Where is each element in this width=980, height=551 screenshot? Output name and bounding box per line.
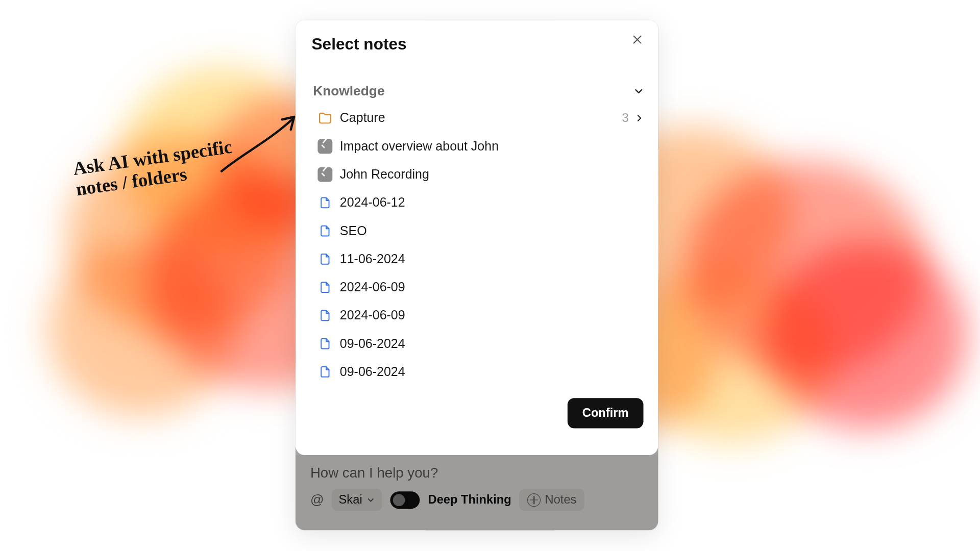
note-item[interactable]: 09-06-2024 — [312, 358, 646, 386]
note-label: 09-06-2024 — [340, 364, 645, 379]
note-item[interactable]: 2024-06-09 — [312, 302, 646, 330]
file-icon — [317, 223, 333, 239]
panel: How can I help you? @ Skai Deep Thinking… — [296, 20, 658, 530]
folder-capture[interactable]: Capture 3 — [312, 104, 646, 132]
note-item[interactable]: 09-06-2024 — [312, 330, 646, 358]
note-label: 2024-06-12 — [340, 195, 645, 210]
note-label: 11-06-2024 — [340, 252, 645, 266]
file-icon — [317, 195, 333, 211]
close-button[interactable] — [626, 28, 649, 51]
note-item[interactable]: SEO — [312, 217, 646, 245]
note-item[interactable]: 2024-06-09 — [312, 273, 646, 302]
note-label: 2024-06-09 — [340, 308, 645, 323]
modal-title: Select notes — [312, 35, 646, 54]
note-item[interactable]: 2024-06-12 — [312, 189, 646, 217]
close-icon — [631, 34, 644, 46]
note-label: SEO — [340, 223, 645, 238]
note-item[interactable]: John Recording — [312, 160, 646, 188]
folder-icon — [317, 110, 333, 127]
file-icon — [317, 279, 333, 295]
chevron-right-icon — [634, 113, 645, 123]
file-icon — [317, 308, 333, 324]
note-item[interactable]: 11-06-2024 — [312, 245, 646, 273]
file-icon — [317, 251, 333, 267]
annotation-text: Ask AI with specific notes / folders — [72, 137, 236, 200]
note-label: 09-06-2024 — [340, 336, 645, 351]
note-label: 2024-06-09 — [340, 280, 645, 295]
confirm-button[interactable]: Confirm — [568, 398, 644, 428]
file-icon — [317, 336, 333, 352]
note-item[interactable]: Impact overview about John — [312, 132, 646, 160]
folder-label: Capture — [340, 111, 622, 126]
section-label: Knowledge — [313, 83, 384, 98]
handwriting-annotation: Ask AI with specific notes / folders — [74, 147, 316, 189]
checkbox-checked-icon — [317, 138, 333, 155]
select-notes-modal: Select notes Knowledge Capture 3 — [296, 20, 658, 455]
note-label: Impact overview about John — [340, 139, 645, 154]
chevron-down-icon — [632, 85, 645, 97]
section-knowledge[interactable]: Knowledge — [312, 81, 646, 104]
note-label: John Recording — [340, 167, 645, 182]
folder-count: 3 — [622, 111, 628, 126]
checkbox-checked-icon — [317, 166, 333, 183]
file-icon — [317, 364, 333, 380]
arrow-icon — [215, 108, 302, 182]
